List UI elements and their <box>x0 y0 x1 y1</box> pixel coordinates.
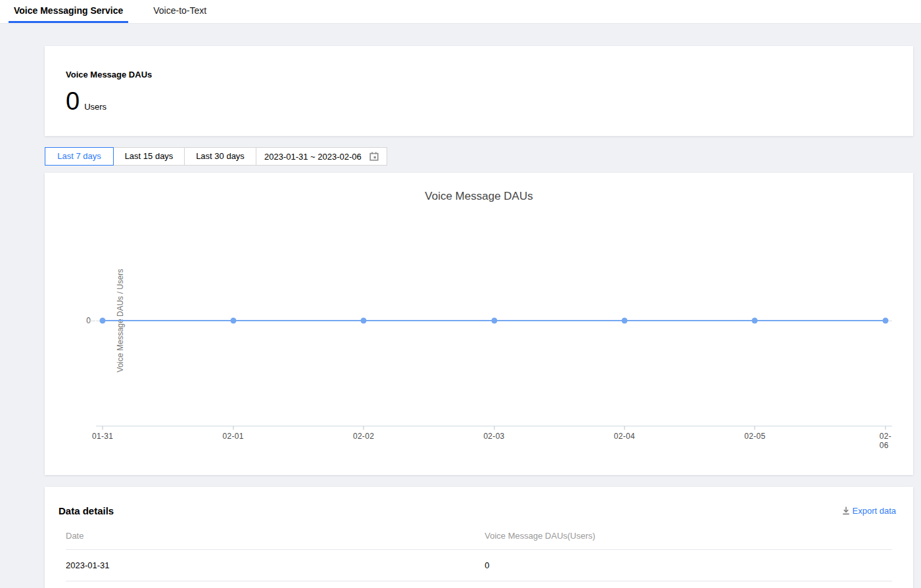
plot-area: 01-3102-0102-0202-0302-0402-0502-06 <box>96 173 892 475</box>
x-axis-tick-mark <box>233 426 233 430</box>
stat-value: 0 <box>66 89 80 114</box>
column-header-date: Date <box>66 523 484 550</box>
x-axis-label: 02-04 <box>614 432 635 441</box>
date-range-picker[interactable]: 2023-01-31 ~ 2023-02-06 <box>256 147 387 166</box>
x-axis-tick-mark <box>364 426 364 430</box>
x-axis-label: 02-03 <box>483 432 504 441</box>
date-range-value: 2023-01-31 ~ 2023-02-06 <box>264 152 362 162</box>
range-button-last-15-days[interactable]: Last 15 days <box>113 147 185 166</box>
cell-daus: 0 <box>484 550 892 581</box>
tab-voice-to-text[interactable]: Voice-to-Text <box>148 0 212 23</box>
data-point <box>100 318 106 324</box>
stat-card: Voice Message DAUs 0 Users <box>45 46 913 136</box>
data-details-card: Data details Export data Date Voice Mess… <box>45 487 913 588</box>
data-point <box>361 318 367 324</box>
export-data-label: Export data <box>853 506 897 516</box>
cell-date: 2023-01-31 <box>66 550 484 581</box>
y-axis-tick-mark <box>89 321 95 321</box>
x-axis-tick-mark <box>624 426 625 430</box>
stat-card-title: Voice Message DAUs <box>66 70 892 79</box>
tab-label: Voice-to-Text <box>153 5 206 16</box>
tab-voice-messaging-service[interactable]: Voice Messaging Service <box>9 0 128 23</box>
date-filter-group: Last 7 days Last 15 days Last 30 days 20… <box>45 147 913 166</box>
data-point <box>882 318 888 324</box>
x-axis-label: 02-05 <box>744 432 765 441</box>
range-button-last-30-days[interactable]: Last 30 days <box>184 147 256 166</box>
data-point <box>621 318 627 324</box>
calendar-icon[interactable] <box>369 152 379 161</box>
tab-label: Voice Messaging Service <box>14 5 123 16</box>
x-axis-label: 02-01 <box>222 432 243 441</box>
table-header-row: Date Voice Message DAUs(Users) <box>66 523 892 550</box>
chart-card: Voice Message DAUs Voice Message DAUs / … <box>45 173 913 475</box>
tab-bar: Voice Messaging Service Voice-to-Text <box>0 0 921 24</box>
x-axis-label: 02-02 <box>353 432 374 441</box>
data-point <box>491 318 497 324</box>
x-axis-tick-mark <box>494 426 494 430</box>
download-icon <box>842 507 850 515</box>
data-point <box>752 318 758 324</box>
x-axis-tick-mark <box>885 426 886 430</box>
data-point <box>230 318 236 324</box>
x-axis-tick-mark <box>103 426 103 430</box>
range-button-last-7-days[interactable]: Last 7 days <box>45 147 114 166</box>
x-axis-label: 01-31 <box>92 432 113 441</box>
stat-unit: Users <box>84 102 106 112</box>
export-data-link[interactable]: Export data <box>842 506 897 516</box>
column-header-daus: Voice Message DAUs(Users) <box>484 523 892 550</box>
data-details-title: Data details <box>59 505 114 516</box>
table-body: 2023-01-310 <box>66 550 892 581</box>
data-details-table: Date Voice Message DAUs(Users) 2023-01-3… <box>66 523 892 581</box>
x-axis-tick-mark <box>755 426 755 430</box>
x-axis-label: 02-06 <box>880 432 891 450</box>
table-row: 2023-01-310 <box>66 550 892 581</box>
